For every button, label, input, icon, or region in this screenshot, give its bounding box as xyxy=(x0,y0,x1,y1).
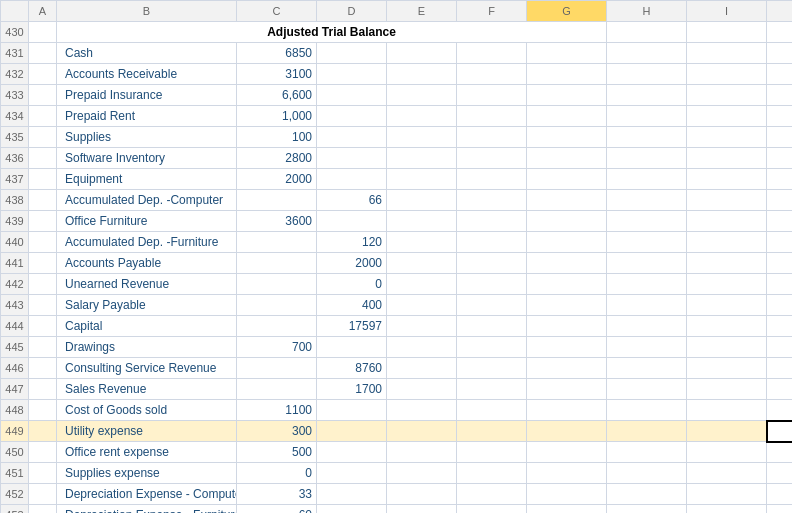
credit-cell[interactable]: 2000 xyxy=(317,253,387,274)
account-name[interactable]: Supplies xyxy=(57,127,237,148)
credit-cell[interactable] xyxy=(317,106,387,127)
col-header-e[interactable]: E xyxy=(387,1,457,22)
cell-e[interactable] xyxy=(387,484,457,505)
cell-j[interactable] xyxy=(767,85,793,106)
cell-a[interactable] xyxy=(29,400,57,421)
cell-f[interactable] xyxy=(457,43,527,64)
debit-cell[interactable]: 1,000 xyxy=(237,106,317,127)
debit-cell[interactable] xyxy=(237,190,317,211)
cell-e[interactable] xyxy=(387,274,457,295)
cell-i[interactable] xyxy=(687,85,767,106)
cell-j[interactable] xyxy=(767,211,793,232)
cell-h[interactable] xyxy=(607,106,687,127)
cell-j[interactable] xyxy=(767,169,793,190)
account-name[interactable]: Supplies expense xyxy=(57,463,237,484)
credit-cell[interactable]: 1700 xyxy=(317,379,387,400)
cell-i[interactable] xyxy=(687,379,767,400)
cell-i[interactable] xyxy=(687,400,767,421)
debit-cell[interactable]: 500 xyxy=(237,442,317,463)
credit-cell[interactable] xyxy=(317,400,387,421)
cell-i[interactable] xyxy=(687,169,767,190)
cell-i[interactable] xyxy=(687,358,767,379)
cell-i[interactable] xyxy=(687,442,767,463)
account-name[interactable]: Accounts Payable xyxy=(57,253,237,274)
cell-449-e[interactable] xyxy=(387,421,457,442)
cell-f[interactable] xyxy=(457,316,527,337)
cell-g[interactable] xyxy=(527,400,607,421)
cell-i[interactable] xyxy=(687,127,767,148)
account-name[interactable]: Office rent expense xyxy=(57,442,237,463)
cell-f[interactable] xyxy=(457,400,527,421)
cell-g[interactable] xyxy=(527,379,607,400)
cell-j[interactable] xyxy=(767,337,793,358)
cell-h[interactable] xyxy=(607,463,687,484)
cell-j[interactable] xyxy=(767,253,793,274)
cell-g[interactable] xyxy=(527,337,607,358)
cell-f[interactable] xyxy=(457,358,527,379)
cell-f[interactable] xyxy=(457,505,527,514)
cell-449-d[interactable] xyxy=(317,421,387,442)
cell-449-f[interactable] xyxy=(457,421,527,442)
cell-i[interactable] xyxy=(687,106,767,127)
account-name[interactable]: Drawings xyxy=(57,337,237,358)
cell-449-c[interactable]: 300 xyxy=(237,421,317,442)
cell-h[interactable] xyxy=(607,337,687,358)
account-name[interactable]: Accumulated Dep. -Computer xyxy=(57,190,237,211)
cell-e[interactable] xyxy=(387,295,457,316)
cell-h[interactable] xyxy=(607,169,687,190)
cell-a[interactable] xyxy=(29,358,57,379)
debit-cell[interactable]: 6,600 xyxy=(237,85,317,106)
cell-i[interactable] xyxy=(687,43,767,64)
cell-f[interactable] xyxy=(457,484,527,505)
cell-i[interactable] xyxy=(687,64,767,85)
credit-cell[interactable]: 120 xyxy=(317,232,387,253)
cell-e[interactable] xyxy=(387,169,457,190)
credit-cell[interactable] xyxy=(317,169,387,190)
cell-h[interactable] xyxy=(607,253,687,274)
cell-j[interactable] xyxy=(767,400,793,421)
cell-a[interactable] xyxy=(29,274,57,295)
cell-g[interactable] xyxy=(527,43,607,64)
cell-i[interactable] xyxy=(687,463,767,484)
cell-f[interactable] xyxy=(457,379,527,400)
cell-h[interactable] xyxy=(607,211,687,232)
cell-449-h[interactable] xyxy=(607,421,687,442)
account-name[interactable]: Depreciation Expense - Furniture xyxy=(57,505,237,514)
cell-f[interactable] xyxy=(457,232,527,253)
cell-j[interactable] xyxy=(767,358,793,379)
cell-a[interactable] xyxy=(29,463,57,484)
cell-a[interactable] xyxy=(29,211,57,232)
cell-g[interactable] xyxy=(527,211,607,232)
cell-e[interactable] xyxy=(387,232,457,253)
account-name[interactable]: Software Inventory xyxy=(57,148,237,169)
cell-a[interactable] xyxy=(29,232,57,253)
utility-expense-cell[interactable]: Utility expense xyxy=(57,421,237,442)
col-header-a[interactable]: A xyxy=(29,1,57,22)
cell-449-i[interactable] xyxy=(687,421,767,442)
debit-cell[interactable]: 2800 xyxy=(237,148,317,169)
cell-g[interactable] xyxy=(527,148,607,169)
cell-430-j[interactable] xyxy=(767,22,793,43)
cell-a[interactable] xyxy=(29,484,57,505)
cell-g[interactable] xyxy=(527,64,607,85)
cell-j[interactable] xyxy=(767,148,793,169)
cell-a[interactable] xyxy=(29,316,57,337)
cell-j[interactable] xyxy=(767,232,793,253)
cell-e[interactable] xyxy=(387,127,457,148)
debit-cell[interactable] xyxy=(237,295,317,316)
account-name[interactable]: Equipment xyxy=(57,169,237,190)
cell-i[interactable] xyxy=(687,484,767,505)
cell-f[interactable] xyxy=(457,463,527,484)
cell-f[interactable] xyxy=(457,211,527,232)
account-name[interactable]: Sales Revenue xyxy=(57,379,237,400)
cell-h[interactable] xyxy=(607,358,687,379)
cell-f[interactable] xyxy=(457,190,527,211)
debit-cell[interactable] xyxy=(237,253,317,274)
cell-j[interactable] xyxy=(767,484,793,505)
cell-j[interactable] xyxy=(767,127,793,148)
credit-cell[interactable]: 66 xyxy=(317,190,387,211)
cell-a[interactable] xyxy=(29,295,57,316)
cell-j[interactable] xyxy=(767,442,793,463)
cell-e[interactable] xyxy=(387,253,457,274)
cell-e[interactable] xyxy=(387,505,457,514)
